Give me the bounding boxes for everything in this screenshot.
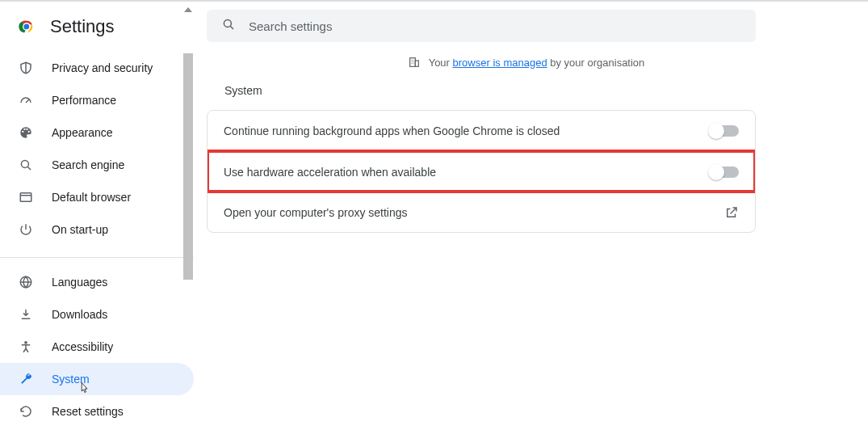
browser-window-icon xyxy=(18,189,34,205)
sidebar-item-label: System xyxy=(52,373,90,386)
nav: Privacy and security Performance Appeara… xyxy=(0,52,194,428)
row-label: Continue running background apps when Go… xyxy=(224,124,560,137)
search-icon xyxy=(18,157,34,173)
sidebar-item-performance[interactable]: Performance xyxy=(0,84,194,116)
building-icon xyxy=(408,56,421,69)
power-icon xyxy=(18,221,34,238)
main: Your browser is managed by your organisa… xyxy=(194,2,868,430)
chrome-logo-icon xyxy=(18,18,36,36)
svg-rect-4 xyxy=(20,193,31,202)
search-bar[interactable] xyxy=(207,10,756,42)
sidebar-item-reset[interactable]: Reset settings xyxy=(0,395,194,428)
sidebar-item-label: Appearance xyxy=(52,126,113,139)
sidebar-item-default-browser[interactable]: Default browser xyxy=(0,181,194,213)
managed-prefix: Your xyxy=(429,57,450,69)
svg-point-1 xyxy=(24,24,29,29)
sidebar-item-appearance[interactable]: Appearance xyxy=(0,116,194,149)
sidebar-item-label: On start-up xyxy=(52,223,108,236)
search-icon xyxy=(221,17,236,35)
sidebar-item-languages[interactable]: Languages xyxy=(0,266,194,298)
search-input[interactable] xyxy=(249,19,741,33)
row-proxy-settings[interactable]: Open your computer's proxy settings xyxy=(208,192,755,232)
sidebar-item-label: Languages xyxy=(52,276,107,289)
settings-card: Continue running background apps when Go… xyxy=(207,110,756,233)
sidebar-scrollbar[interactable] xyxy=(182,2,194,430)
shield-icon xyxy=(18,60,34,76)
accessibility-icon xyxy=(18,339,34,355)
speedometer-icon xyxy=(18,92,34,108)
sidebar-item-label: Performance xyxy=(52,94,116,107)
svg-point-7 xyxy=(224,19,231,27)
sidebar-item-label: Default browser xyxy=(52,191,131,204)
row-hardware-acceleration: Use hardware acceleration when available xyxy=(208,151,755,192)
svg-point-3 xyxy=(21,160,28,167)
globe-icon xyxy=(18,274,34,290)
row-label: Use hardware acceleration when available xyxy=(224,166,436,179)
managed-banner: Your browser is managed by your organisa… xyxy=(207,42,845,82)
sidebar-item-label: Downloads xyxy=(52,308,107,321)
palette-icon xyxy=(18,124,34,141)
row-background-apps: Continue running background apps when Go… xyxy=(208,111,755,151)
sidebar-item-label: Privacy and security xyxy=(52,61,153,74)
svg-point-6 xyxy=(25,342,27,344)
sidebar-item-label: Search engine xyxy=(52,158,124,171)
sidebar-item-label: Accessibility xyxy=(52,340,113,353)
managed-text: Your browser is managed by your organisa… xyxy=(429,57,645,69)
brand: Settings xyxy=(0,13,194,52)
restore-icon xyxy=(18,403,34,419)
sidebar-item-label: Reset settings xyxy=(52,405,124,418)
section-title: System xyxy=(224,84,845,97)
toggle-hardware-acceleration[interactable] xyxy=(710,167,739,178)
page-title: Settings xyxy=(50,16,115,37)
toggle-background-apps[interactable] xyxy=(710,125,739,137)
download-icon xyxy=(18,306,34,322)
sidebar-item-search-engine[interactable]: Search engine xyxy=(0,149,194,181)
managed-link[interactable]: browser is managed xyxy=(453,57,547,69)
managed-suffix: by your organisation xyxy=(550,57,644,69)
wrench-icon xyxy=(18,371,34,387)
sidebar-item-privacy[interactable]: Privacy and security xyxy=(0,52,194,84)
open-external-icon xyxy=(724,205,739,220)
sidebar-item-on-startup[interactable]: On start-up xyxy=(0,213,194,246)
sidebar-item-accessibility[interactable]: Accessibility xyxy=(0,331,194,363)
sidebar-item-system[interactable]: System xyxy=(0,363,194,395)
sidebar-item-downloads[interactable]: Downloads xyxy=(0,298,194,331)
svg-rect-9 xyxy=(415,61,418,66)
row-label: Open your computer's proxy settings xyxy=(224,206,408,219)
nav-divider xyxy=(0,257,194,258)
svg-rect-8 xyxy=(409,58,415,67)
scrollbar-thumb[interactable] xyxy=(183,53,193,280)
sidebar: Settings Privacy and security Performanc… xyxy=(0,2,194,430)
